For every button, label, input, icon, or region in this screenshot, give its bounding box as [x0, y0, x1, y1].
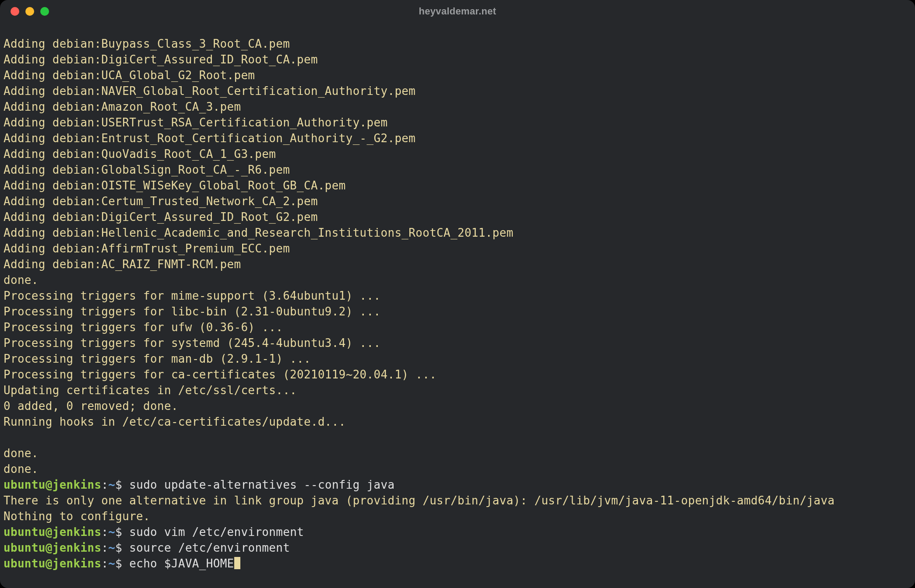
output-line: Adding debian:UCA_Global_G2_Root.pem — [4, 69, 255, 82]
output-line: done. — [4, 447, 39, 460]
prompt-dollar: $ — [115, 478, 129, 491]
minimize-icon[interactable] — [25, 7, 34, 16]
prompt-host: jenkins — [53, 478, 102, 491]
close-icon[interactable] — [11, 7, 19, 16]
terminal-window: heyvaldemar.net Adding debian:Buypass_Cl… — [0, 0, 915, 588]
prompt-colon: : — [101, 541, 108, 554]
terminal-body[interactable]: Adding debian:Buypass_Class_3_Root_CA.pe… — [0, 23, 915, 588]
maximize-icon[interactable] — [40, 7, 49, 16]
output-line: Adding debian:Entrust_Root_Certification… — [4, 132, 415, 145]
prompt-dollar: $ — [115, 557, 129, 570]
output-line: Processing triggers for systemd (245.4-4… — [4, 336, 380, 350]
output-line: Adding debian:AC_RAIZ_FNMT-RCM.pem — [4, 258, 241, 271]
output-line: Running hooks in /etc/ca-certificates/up… — [4, 415, 346, 428]
cursor-icon — [234, 557, 240, 569]
prompt-user: ubuntu — [4, 557, 46, 570]
output-line: Adding debian:Amazon_Root_CA_3.pem — [4, 100, 241, 113]
output-line: Adding debian:NAVER_Global_Root_Certific… — [4, 84, 415, 98]
prompt-user: ubuntu — [4, 541, 46, 554]
terminal-output[interactable]: Adding debian:Buypass_Class_3_Root_CA.pe… — [4, 36, 911, 571]
prompt-at: @ — [46, 541, 53, 554]
prompt-at: @ — [46, 478, 53, 491]
command-text: source /etc/environment — [129, 541, 290, 554]
prompt-at: @ — [46, 525, 53, 539]
prompt-host: jenkins — [53, 525, 102, 539]
traffic-lights — [11, 0, 49, 23]
output-line: Processing triggers for ufw (0.36-6) ... — [4, 321, 283, 334]
output-line: Adding debian:Hellenic_Academic_and_Rese… — [4, 226, 514, 239]
window-title: heyvaldemar.net — [419, 6, 496, 17]
prompt-at: @ — [46, 557, 53, 570]
prompt-path: ~ — [108, 541, 115, 554]
prompt-dollar: $ — [115, 525, 129, 539]
output-line: Adding debian:USERTrust_RSA_Certificatio… — [4, 116, 387, 129]
output-line: Adding debian:Certum_Trusted_Network_CA_… — [4, 195, 318, 208]
output-line: Adding debian:OISTE_WISeKey_Global_Root_… — [4, 179, 346, 192]
output-line: Adding debian:Buypass_Class_3_Root_CA.pe… — [4, 37, 290, 50]
prompt-colon: : — [101, 557, 108, 570]
output-line: Adding debian:GlobalSign_Root_CA_-_R6.pe… — [4, 163, 290, 176]
output-line: Adding debian:DigiCert_Assured_ID_Root_G… — [4, 210, 318, 224]
prompt-colon: : — [101, 478, 108, 491]
output-line: Processing triggers for mime-support (3.… — [4, 289, 380, 302]
output-line: done. — [4, 273, 39, 287]
output-line: done. — [4, 462, 39, 476]
command-text: sudo update-alternatives --config java — [129, 478, 394, 491]
output-line: 0 added, 0 removed; done. — [4, 399, 178, 413]
prompt-host: jenkins — [53, 557, 102, 570]
output-line: Nothing to configure. — [4, 510, 150, 523]
output-line: Adding debian:AffirmTrust_Premium_ECC.pe… — [4, 242, 290, 255]
prompt-user: ubuntu — [4, 525, 46, 539]
command-text: sudo vim /etc/environment — [129, 525, 304, 539]
output-line: There is only one alternative in link gr… — [4, 494, 834, 507]
output-line: Adding debian:QuoVadis_Root_CA_1_G3.pem — [4, 147, 276, 161]
output-line: Adding debian:DigiCert_Assured_ID_Root_C… — [4, 53, 318, 66]
prompt-colon: : — [101, 525, 108, 539]
prompt-path: ~ — [108, 557, 115, 570]
command-text: echo $JAVA_HOME — [129, 557, 234, 570]
prompt-path: ~ — [108, 478, 115, 491]
output-line: Processing triggers for libc-bin (2.31-0… — [4, 305, 380, 318]
prompt-user: ubuntu — [4, 478, 46, 491]
prompt-dollar: $ — [115, 541, 129, 554]
prompt-path: ~ — [108, 525, 115, 539]
output-line: Updating certificates in /etc/ssl/certs.… — [4, 384, 297, 397]
titlebar: heyvaldemar.net — [0, 0, 915, 23]
output-line: Processing triggers for man-db (2.9.1-1)… — [4, 352, 311, 365]
output-line: Processing triggers for ca-certificates … — [4, 368, 436, 381]
prompt-host: jenkins — [53, 541, 102, 554]
